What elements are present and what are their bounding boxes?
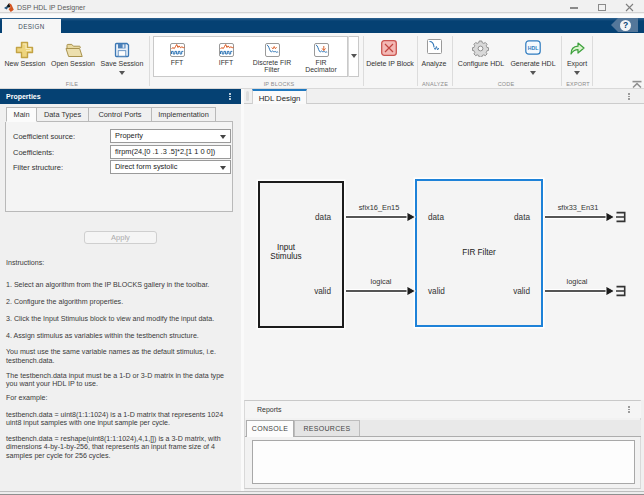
svg-text:HDL: HDL [528, 45, 539, 51]
